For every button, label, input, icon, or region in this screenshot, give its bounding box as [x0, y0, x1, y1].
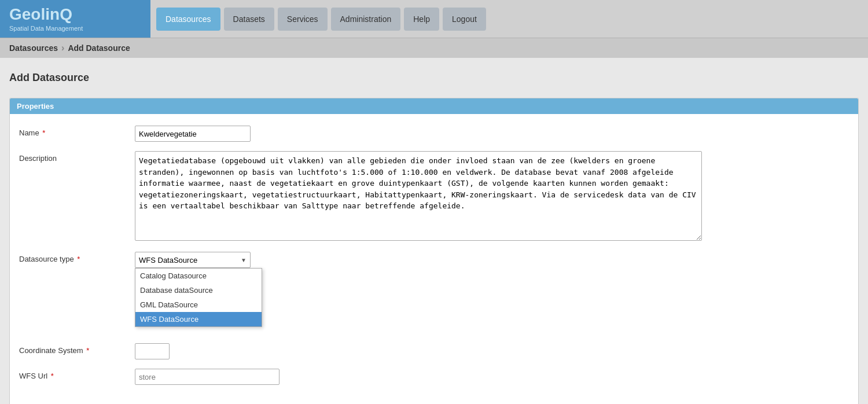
- page-title: Add Datasource: [9, 67, 859, 89]
- datasource-type-dropdown-list: Catalog Datasource Database dataSource G…: [135, 268, 262, 327]
- logo-text-part2: Q: [60, 5, 72, 23]
- description-control: Vegetatiedatabase (opgebouwd uit vlakken…: [135, 151, 702, 243]
- wfs-url-input[interactable]: [135, 369, 279, 385]
- datasource-type-required-marker: *: [77, 255, 80, 263]
- properties-card-body: Name * Description Vegetatiedatabase (op…: [10, 114, 858, 404]
- name-control: [135, 126, 482, 142]
- dropdown-option-database[interactable]: Database dataSource: [135, 283, 262, 298]
- wfs-url-label: WFS Url *: [19, 369, 135, 380]
- nav-logout[interactable]: Logout: [443, 8, 486, 31]
- select-arrow-icon: ▼: [241, 257, 247, 263]
- coordinate-system-label: Coordinate System *: [19, 343, 135, 355]
- wfs-url-row: WFS Url *: [19, 369, 849, 385]
- coordinate-system-row: Coordinate System *: [19, 343, 849, 359]
- coordinate-system-input[interactable]: [135, 343, 170, 359]
- coordinate-system-required-marker: *: [86, 346, 89, 355]
- logo-title: GeolinQ: [9, 6, 141, 24]
- description-textarea[interactable]: Vegetatiedatabase (opgebouwd uit vlakken…: [135, 151, 702, 241]
- coordinate-system-control: [135, 343, 482, 359]
- breadcrumb-separator: ›: [61, 43, 64, 53]
- nav-administration[interactable]: Administration: [331, 8, 401, 31]
- description-row: Description Vegetatiedatabase (opgebouwd…: [19, 151, 849, 243]
- dropdown-option-gml[interactable]: GML DataSource: [135, 298, 262, 312]
- dropdown-option-wfs[interactable]: WFS DataSource: [135, 312, 262, 326]
- datasource-type-control: WFS DataSource ▼ Catalog Datasource Data…: [135, 252, 482, 268]
- nav-help[interactable]: Help: [404, 8, 439, 31]
- main-nav: Datasources Datasets Services Administra…: [150, 0, 868, 38]
- datasource-type-selected-value: WFS DataSource: [139, 256, 197, 265]
- dropdown-option-catalog[interactable]: Catalog Datasource: [135, 269, 262, 283]
- datasource-type-select[interactable]: WFS DataSource ▼: [135, 252, 251, 268]
- properties-card: Properties Name * Description Vegetatied…: [9, 98, 859, 404]
- datasource-type-label: Datasource type *: [19, 252, 135, 263]
- nav-services[interactable]: Services: [278, 8, 328, 31]
- logo-subtitle: Spatial Data Management: [9, 25, 141, 32]
- logo-text-part1: Geolin: [9, 5, 60, 23]
- description-label: Description: [19, 151, 135, 163]
- name-row: Name *: [19, 126, 849, 142]
- nav-datasets[interactable]: Datasets: [224, 8, 274, 31]
- breadcrumb: Datasources › Add Datasource: [0, 38, 868, 58]
- wfs-url-control: [135, 369, 482, 385]
- name-required-marker: *: [42, 128, 45, 137]
- logo: GeolinQ Spatial Data Management: [0, 0, 150, 38]
- main-content: Add Datasource Properties Name * Descrip…: [0, 58, 868, 404]
- name-label: Name *: [19, 126, 135, 137]
- wfs-url-required-marker: *: [51, 372, 54, 380]
- datasource-type-row: Datasource type * WFS DataSource ▼ Catal…: [19, 252, 849, 268]
- name-input[interactable]: [135, 126, 251, 142]
- nav-datasources[interactable]: Datasources: [156, 8, 220, 31]
- breadcrumb-datasources[interactable]: Datasources: [9, 43, 58, 53]
- properties-card-header: Properties: [10, 98, 858, 114]
- breadcrumb-add-datasource: Add Datasource: [68, 43, 130, 53]
- header: GeolinQ Spatial Data Management Datasour…: [0, 0, 868, 38]
- datasource-type-dropdown-container: WFS DataSource ▼ Catalog Datasource Data…: [135, 252, 251, 268]
